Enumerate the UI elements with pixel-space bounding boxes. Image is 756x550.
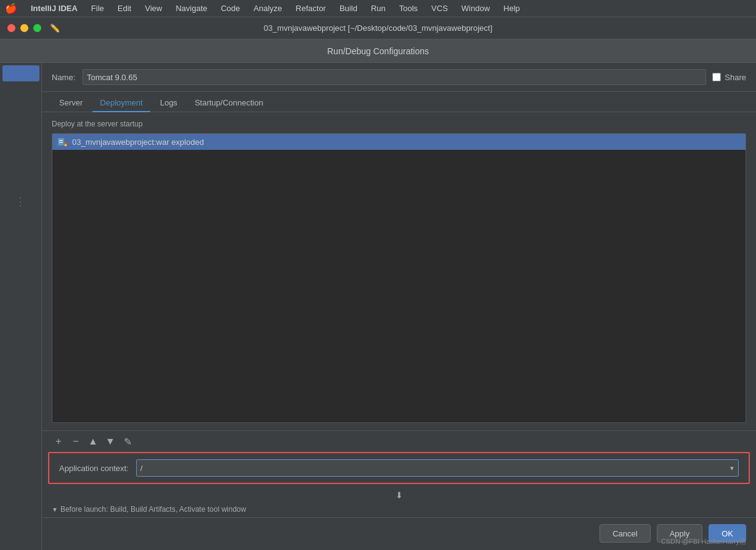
svg-text:W: W	[65, 144, 67, 147]
cancel-button[interactable]: Cancel	[600, 524, 650, 543]
name-row: Name: Share	[42, 63, 756, 92]
name-label: Name:	[52, 73, 76, 82]
before-launch: ▼ Before launch: Build, Build Artifacts,…	[42, 501, 756, 517]
tab-server[interactable]: Server	[52, 96, 90, 112]
window-title: 03_mvnjavawebproject [~/Desktop/code/03_…	[264, 23, 492, 33]
content-area: Name: Share Server Deployment Logs Start…	[42, 63, 756, 550]
title-bar: ✏️ 03_mvnjavawebproject [~/Desktop/code/…	[0, 17, 756, 39]
menu-help[interactable]: Help	[501, 2, 522, 14]
dialog-title-text: Run/Debug Configurations	[327, 46, 429, 56]
deploy-list-item[interactable]: W 03_mvnjavawebproject:war exploded	[52, 134, 746, 150]
before-launch-text: Before launch: Build, Build Artifacts, A…	[60, 505, 246, 514]
menu-build[interactable]: Build	[337, 2, 360, 14]
cursor-icon: ⬇	[396, 490, 403, 500]
menu-run[interactable]: Run	[368, 2, 388, 14]
sidebar-resize-handle: ⋮	[15, 195, 27, 208]
share-row: Share	[712, 73, 746, 82]
remove-button[interactable]: −	[69, 435, 83, 448]
close-button[interactable]	[7, 24, 15, 32]
app-context-row: Application context: ▼	[59, 459, 739, 477]
app-name[interactable]: IntelliJ IDEA	[28, 2, 80, 14]
share-label: Share	[725, 73, 746, 82]
list-toolbar: + − ▲ ▼ ✎	[42, 430, 756, 452]
menu-tools[interactable]: Tools	[397, 2, 420, 14]
move-down-button[interactable]: ▼	[104, 435, 117, 448]
deploy-section: Deploy at the server startup W 03_mvnjav…	[42, 112, 756, 430]
app-context-input[interactable]	[136, 459, 739, 477]
menu-window[interactable]: Window	[459, 2, 492, 14]
deploy-list: W 03_mvnjavawebproject:war exploded	[52, 133, 746, 423]
maximize-button[interactable]	[33, 24, 41, 32]
dialog-title: Run/Debug Configurations	[0, 39, 756, 63]
menu-refactor[interactable]: Refactor	[293, 2, 328, 14]
window-controls: ✏️	[7, 23, 60, 33]
tabs: Server Deployment Logs Startup/Connectio…	[42, 92, 756, 112]
sidebar-selected-item[interactable]	[2, 65, 39, 81]
menu-bar: 🍎 IntelliJ IDEA File Edit View Navigate …	[0, 0, 756, 17]
menu-code[interactable]: Code	[218, 2, 242, 14]
apple-logo-icon: 🍎	[5, 2, 17, 14]
menu-view[interactable]: View	[142, 2, 165, 14]
menu-edit[interactable]: Edit	[115, 2, 134, 14]
move-up-button[interactable]: ▲	[86, 435, 100, 448]
tab-deployment[interactable]: Deployment	[92, 96, 150, 112]
tab-logs[interactable]: Logs	[153, 96, 185, 112]
sidebar: ⋮	[0, 63, 42, 550]
menu-navigate[interactable]: Navigate	[173, 2, 209, 14]
name-input[interactable]	[83, 69, 706, 85]
add-button[interactable]: +	[52, 435, 65, 448]
pencil-icon: ✏️	[50, 23, 60, 33]
footer: Cancel Apply OK	[42, 517, 756, 550]
share-checkbox[interactable]	[712, 73, 721, 81]
menu-file[interactable]: File	[89, 2, 107, 14]
cursor-area: ⬇	[42, 489, 756, 501]
app-context-label: Application context:	[59, 464, 129, 473]
deploy-section-label: Deploy at the server startup	[52, 120, 746, 128]
menu-analyze[interactable]: Analyze	[251, 2, 285, 14]
edit-button[interactable]: ✎	[121, 435, 134, 448]
minimize-button[interactable]	[20, 24, 28, 32]
war-icon: W	[57, 137, 67, 147]
deploy-item-name: 03_mvnjavawebproject:war exploded	[72, 138, 204, 147]
menu-vcs[interactable]: VCS	[429, 2, 450, 14]
app-context-section: Application context: ▼	[48, 452, 750, 484]
tab-startup-connection[interactable]: Startup/Connection	[187, 96, 270, 112]
before-launch-arrow-icon: ▼	[52, 506, 58, 513]
main-layout: ⋮ Name: Share Server Deployment Logs Sta…	[0, 63, 756, 550]
svg-rect-1	[59, 140, 63, 141]
watermark: CSDN @FBI HackerHarry浩	[661, 537, 746, 546]
app-context-input-wrap: ▼	[136, 459, 739, 477]
svg-rect-2	[59, 142, 63, 143]
